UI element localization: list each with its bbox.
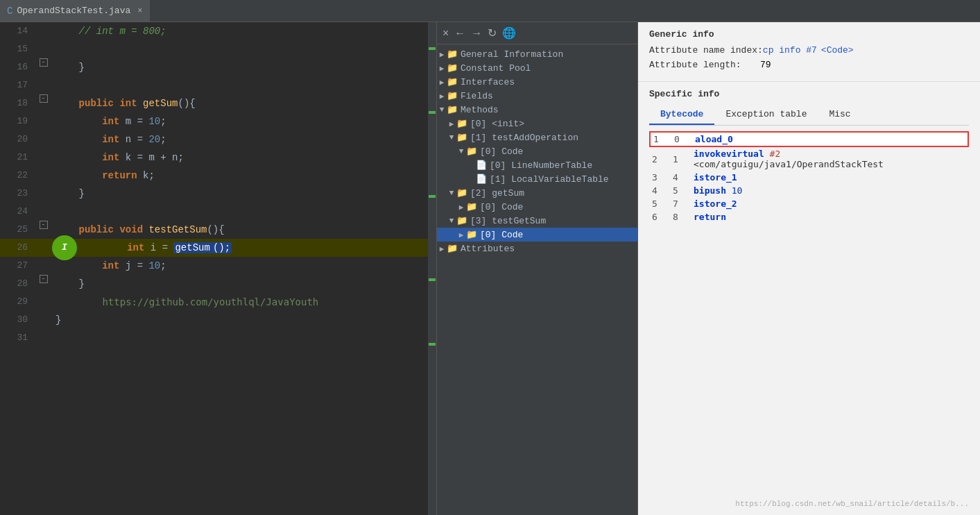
tree-item-interfaces[interactable]: ▶ 📁 Interfaces (437, 75, 637, 89)
tree-content: ▶ 📁 General Information ▶ 📁 Constant Poo… (437, 44, 637, 515)
tree-arrow-testGetSum: ▼ (447, 217, 456, 225)
tree-label-interfaces: Interfaces (461, 77, 515, 87)
line-number-23: 23 (0, 185, 35, 203)
tab-bytecode[interactable]: Bytecode (649, 105, 714, 125)
tab-title: OperandStackTest.java (17, 6, 130, 16)
tree-arrow-constant-pool: ▶ (437, 64, 447, 73)
tree-item-fields[interactable]: ▶ 📁 Fields (437, 89, 637, 103)
editor-tab[interactable]: C OperandStackTest.java × (0, 0, 150, 22)
specific-info-title: Specific info (649, 89, 969, 99)
gutter-28: - (35, 275, 52, 283)
tree-item-localvar[interactable]: ▶ 📄 [1] LocalVariableTable (437, 172, 637, 186)
tab-misc[interactable]: Misc (818, 105, 861, 125)
bc-seq-1: 1 (653, 134, 674, 144)
bottom-url-container: https://blog.csdn.net/wb_snail/article/d… (735, 497, 969, 509)
tree-label-fields: Fields (461, 91, 493, 101)
doc-icon-linenum: 📄 (476, 160, 487, 171)
line-number-27: 27 (0, 257, 35, 275)
browser-button[interactable]: 🌐 (502, 26, 516, 40)
close-button[interactable]: × (442, 27, 449, 40)
tree-item-code0[interactable]: ▼ 📁 [0] Code (437, 144, 637, 158)
tab-exception-table[interactable]: Exception table (714, 105, 818, 125)
gutter-16: - (35, 58, 52, 67)
folder-icon-methods: 📁 (447, 104, 458, 115)
tree-item-testGetSum[interactable]: ▼ 📁 [3] testGetSum (437, 214, 637, 228)
bc-instr-2: invokevirtual #2 <com/atguigu/java1/Oper… (694, 149, 966, 169)
folder-icon-constant-pool: 📁 (447, 62, 458, 74)
line-content-29: https://github.com/youthlql/JavaYouth (52, 293, 436, 311)
code-line-23: 23 } (0, 185, 436, 203)
line-number-16: 16 (0, 58, 35, 76)
tree-arrow-getSum: ▼ (447, 189, 456, 197)
tree-item-constant-pool[interactable]: ▶ 📁 Constant Pool (437, 61, 637, 75)
folder-icon-attributes: 📁 (447, 243, 458, 254)
tree-arrow-localvar: ▶ (466, 175, 476, 184)
tree-label-localvar: [1] LocalVariableTable (490, 174, 609, 185)
tree-item-init[interactable]: ▶ 📁 [0] <init> (437, 117, 637, 130)
scroll-marker-2 (429, 111, 436, 114)
back-button[interactable]: ← (454, 27, 465, 40)
scroll-marker-4 (429, 278, 436, 281)
tree-label-testGetSum: [3] testGetSum (470, 216, 546, 226)
line-number-18: 18 (0, 94, 35, 112)
fold-icon-16[interactable]: - (40, 58, 48, 67)
bc-offset-5: 7 (673, 199, 694, 209)
refresh-button[interactable]: ↻ (488, 26, 497, 40)
fold-icon-18[interactable]: - (40, 94, 48, 103)
tree-arrow-code0: ▼ (456, 147, 466, 155)
tree-item-getSum[interactable]: ▼ 📁 [2] getSum (437, 186, 637, 200)
tree-arrow-linenum: ▶ (466, 161, 476, 170)
bytecode-section: Bytecode Exception table Misc 1 0 aload_… (638, 105, 980, 515)
line-number-15: 15 (0, 40, 35, 58)
tree-arrow-tgscode: ▶ (456, 230, 466, 239)
tree-label-general-info: General Information (461, 49, 563, 60)
tree-label-gscode: [0] Code (480, 202, 523, 212)
bc-instr-3: istore_1 (694, 172, 966, 183)
code-line-16: 16 - } (0, 58, 436, 76)
cp-info-link[interactable]: cp info #7 (763, 45, 817, 56)
info-panel: Generic info Attribute name index: cp in… (638, 22, 980, 515)
fold-icon-25[interactable]: - (40, 221, 48, 229)
tree-item-testAddOp[interactable]: ▼ 📁 [1] testAddOperation (437, 130, 637, 144)
line-number-31: 31 (0, 329, 35, 347)
tree-label-code0: [0] Code (480, 146, 523, 157)
folder-icon-interfaces: 📁 (447, 76, 458, 87)
tree-label-constant-pool: Constant Pool (461, 63, 531, 74)
folder-icon-testAddOp: 📁 (456, 132, 467, 143)
line-number-19: 19 (0, 112, 35, 130)
tree-item-gscode[interactable]: ▶ 📁 [0] Code (437, 200, 637, 214)
folder-icon-gscode: 📁 (466, 201, 477, 212)
bytecode-row-4: 4 5 bipush 10 (649, 184, 969, 197)
line-number-22: 22 (0, 167, 35, 185)
tree-label-attributes: Attributes (461, 244, 515, 254)
bc-seq-3: 3 (652, 172, 673, 183)
bytecode-tabs: Bytecode Exception table Misc (649, 105, 969, 126)
code-label: <Code> (821, 45, 854, 56)
tree-item-methods[interactable]: ▼ 📁 Methods (437, 103, 637, 117)
tree-label-methods: Methods (461, 105, 499, 115)
line-content-28: } (52, 275, 436, 293)
line-content-14: // int m = 800; (52, 22, 436, 40)
scroll-marker-5 (429, 343, 436, 346)
code-editor-panel: 14 // int m = 800; 15 16 - } (0, 22, 437, 515)
line-content-26: Iint i = getSum(); (52, 239, 436, 257)
tree-item-linenum[interactable]: ▶ 📄 [0] LineNumberTable (437, 158, 637, 172)
tree-item-attributes[interactable]: ▶ 📁 Attributes (437, 242, 637, 255)
fold-icon-28[interactable]: - (40, 275, 48, 283)
scroll-track[interactable] (428, 22, 436, 515)
forward-button[interactable]: → (471, 27, 482, 40)
tab-close-button[interactable]: × (137, 6, 142, 16)
folder-icon-general-info: 📁 (447, 49, 458, 60)
code-line-30: 30 } (0, 311, 436, 329)
bytecode-row-6: 6 8 return (649, 210, 969, 223)
generic-info-section: Generic info Attribute name index: cp in… (638, 22, 980, 82)
tree-item-tgscode[interactable]: ▶ 📁 [0] Code (437, 228, 637, 242)
attr-name-label: Attribute name index: (649, 45, 763, 56)
tree-item-general-info[interactable]: ▶ 📁 General Information (437, 47, 637, 61)
bytecode-row-1: 1 0 aload_0 (649, 131, 969, 147)
bc-seq-2: 2 (652, 154, 673, 164)
tree-label-testAddOp: [1] testAddOperation (470, 133, 578, 143)
line-number-26: 26 (0, 239, 35, 257)
bc-instr-5: istore_2 (694, 199, 966, 209)
cursor-indicator: I (52, 235, 77, 260)
